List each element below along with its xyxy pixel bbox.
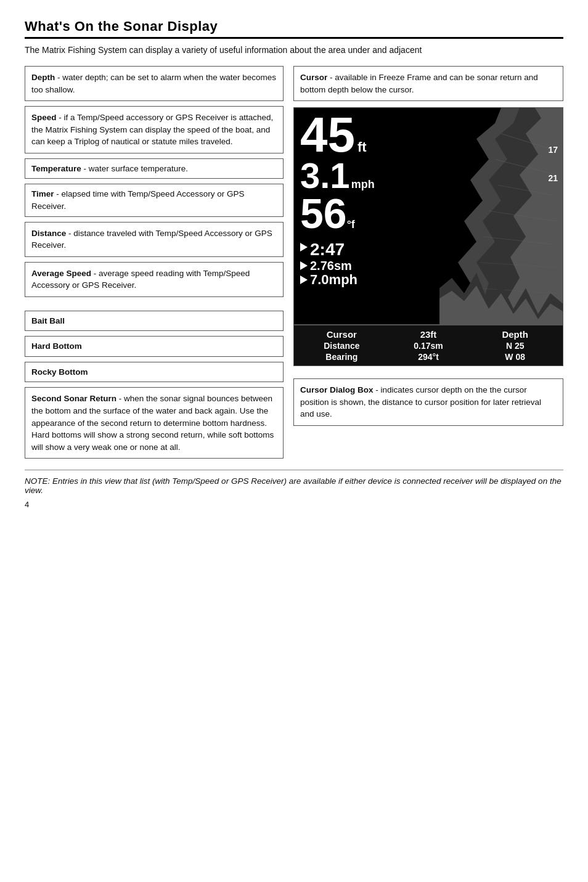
- temperature-label: Temperature: [31, 164, 81, 173]
- sonar-main-area: 45 ft 3.1 mph 56 °f: [294, 108, 563, 324]
- sonar-sidebar-values: 17 21: [548, 145, 558, 183]
- average-speed-label: Average Speed: [31, 269, 91, 278]
- bait-ball-label: Bait Ball: [31, 316, 65, 325]
- bait-ball-box: Bait Ball: [25, 311, 284, 332]
- cursor-text: - available in Freeze Frame and can be s…: [300, 73, 538, 94]
- sonar-depth-value: 45: [300, 113, 355, 157]
- avgspeed-arrow-icon: [300, 276, 308, 284]
- intro-text: The Matrix Fishing System can display a …: [25, 45, 563, 55]
- page-number: 4: [25, 500, 563, 509]
- sonar-temp-unit: °f: [347, 219, 355, 230]
- sonar-avgspeed-value: 7.0mph: [310, 273, 357, 287]
- sonar-depth-unit: ft: [357, 141, 367, 154]
- rocky-bottom-label: Rocky Bottom: [31, 367, 88, 377]
- sonar-speed-unit: mph: [351, 179, 375, 190]
- average-speed-box: Average Speed - average speed reading wi…: [25, 262, 284, 297]
- distance-box: Distance - distance traveled with Temp/S…: [25, 222, 284, 257]
- timer-arrow-icon: [300, 243, 308, 251]
- distance-label: Distance: [31, 229, 66, 238]
- sonar-bottom-bar: Cursor 23ft Depth Distance 0.17sm N 25 B…: [294, 324, 563, 365]
- sonar-bottom-bearing-label: Bearing: [299, 352, 385, 362]
- sonar-bottom-cursor-label: Cursor: [299, 329, 385, 340]
- note-text: NOTE: Entries in this view that list (wi…: [25, 476, 561, 495]
- terrain-graphic: [439, 108, 563, 324]
- cursor-dialog-label: Cursor Dialog Box: [300, 385, 374, 394]
- timer-text: - elapsed time with Temp/Speed Accessory…: [31, 189, 244, 211]
- hard-bottom-box: Hard Bottom: [25, 336, 284, 357]
- rocky-bottom-box: Rocky Bottom: [25, 362, 284, 383]
- depth-box: Depth - water depth; can be set to alarm…: [25, 66, 284, 101]
- cursor-label: Cursor: [300, 73, 327, 82]
- temperature-text: - water surface temperature.: [81, 164, 188, 173]
- sonar-bottom-depth-label: Depth: [472, 329, 558, 340]
- speed-text: - if a Temp/Speed accessory or GPS Recei…: [31, 113, 273, 146]
- sonar-readings-overlay: 45 ft 3.1 mph 56 °f: [294, 108, 381, 292]
- sonar-bottom-23ft: 23ft: [386, 329, 472, 340]
- sonar-bottom-294t: 294°t: [386, 352, 472, 362]
- sonar-bottom-n25: N 25: [472, 341, 558, 351]
- distance-arrow-icon: [300, 261, 308, 270]
- second-sonar-label: Second Sonar Return: [31, 394, 116, 403]
- sonar-display: 45 ft 3.1 mph 56 °f: [293, 107, 563, 366]
- sonar-sidebar-17: 17: [548, 145, 558, 155]
- temperature-box: Temperature - water surface temperature.: [25, 158, 284, 179]
- sonar-bottom-distance-label: Distance: [299, 341, 385, 351]
- sonar-bottom-017sm: 0.17sm: [386, 341, 472, 351]
- depth-label: Depth: [31, 73, 55, 82]
- second-sonar-box: Second Sonar Return - when the sonar sig…: [25, 387, 284, 459]
- depth-text: - water depth; can be set to alarm when …: [31, 73, 276, 94]
- timer-box: Timer - elapsed time with Temp/Speed Acc…: [25, 184, 284, 216]
- sonar-distance-value: 2.76sm: [310, 259, 352, 272]
- cursor-info-box: Cursor - available in Freeze Frame and c…: [293, 66, 563, 101]
- sonar-timer-value: 2:47: [310, 241, 345, 258]
- sonar-bottom-w08: W 08: [472, 352, 558, 362]
- sonar-sidebar-21: 21: [548, 173, 558, 183]
- sonar-speed-value: 3.1: [300, 158, 350, 192]
- sonar-temp-value: 56: [300, 194, 347, 234]
- cursor-dialog-box: Cursor Dialog Box - indicates cursor dep…: [293, 378, 563, 426]
- distance-text: - distance traveled with Temp/Speed Acce…: [31, 229, 272, 250]
- hard-bottom-label: Hard Bottom: [31, 341, 82, 351]
- note-section: NOTE: Entries in this view that list (wi…: [25, 470, 563, 495]
- speed-label: Speed: [31, 113, 57, 122]
- timer-label: Timer: [31, 189, 54, 198]
- right-column: Cursor - available in Freeze Frame and c…: [293, 66, 563, 426]
- speed-box: Speed - if a Temp/Speed accessory or GPS…: [25, 106, 284, 153]
- page-title: What's On the Sonar Display: [25, 18, 563, 39]
- left-column: Depth - water depth; can be set to alarm…: [25, 66, 284, 459]
